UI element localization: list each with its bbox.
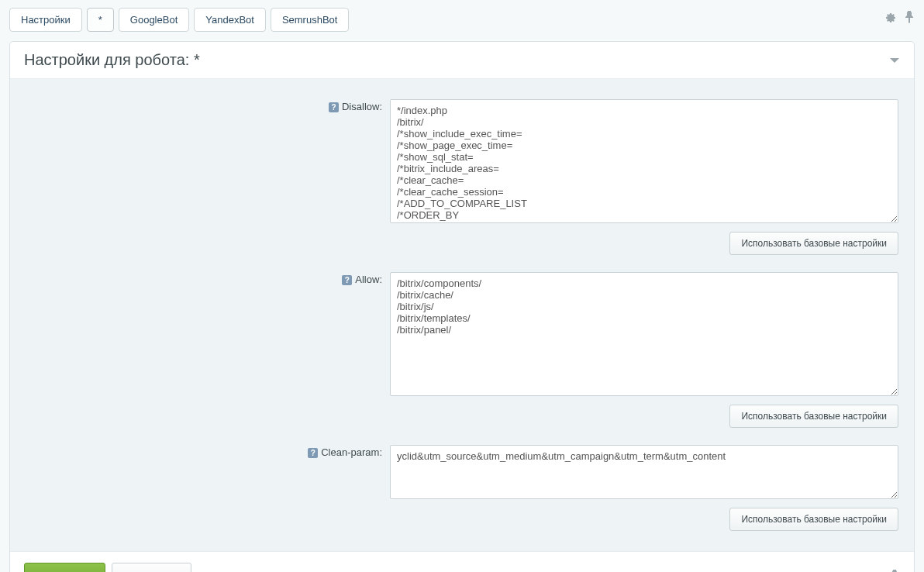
cleanparam-input[interactable] [390,445,898,499]
use-base-button[interactable]: Использовать базовые настройки [729,232,898,255]
use-base-button[interactable]: Использовать базовые настройки [729,405,898,428]
tab-settings[interactable]: Настройки [9,8,82,32]
gear-icon[interactable] [884,11,896,23]
help-icon[interactable]: ? [329,102,339,112]
allow-label: Allow: [355,274,382,285]
save-button[interactable]: Сохранить [24,563,105,572]
panel-title: Настройки для робота: * [24,51,200,69]
apply-button[interactable]: Применить [112,563,191,572]
tab-googlebot[interactable]: GoogleBot [119,8,189,32]
pin-icon[interactable] [889,570,900,573]
help-icon[interactable]: ? [308,448,318,458]
cleanparam-label: Clean-param: [321,446,382,458]
settings-panel: Настройки для робота: * ?Disallow: Испол… [9,41,915,572]
tab-yandexbot[interactable]: YandexBot [194,8,266,32]
collapse-icon[interactable] [889,57,900,64]
disallow-input[interactable] [390,99,898,223]
pin-icon[interactable] [904,11,915,23]
allow-input[interactable] [390,272,898,396]
use-base-button[interactable]: Использовать базовые настройки [729,508,898,531]
tab-semrushbot[interactable]: SemrushBot [271,8,350,32]
tabs-bar: Настройки * GoogleBot YandexBot SemrushB… [9,8,349,32]
help-icon[interactable]: ? [342,275,352,285]
tab-star[interactable]: * [87,8,114,32]
disallow-label: Disallow: [342,101,382,112]
